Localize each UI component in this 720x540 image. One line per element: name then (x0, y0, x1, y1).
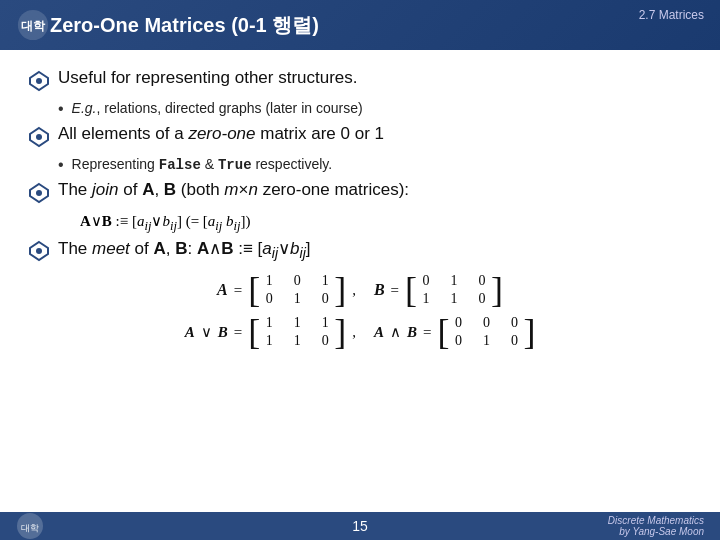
footer-logo: 대학 (16, 512, 44, 540)
footer-page: 15 (352, 518, 368, 534)
bullet-icon-3 (28, 182, 50, 204)
header-logo: 대학 (16, 8, 50, 42)
bullet-3-text: The join of A, B (both m×n zero-one matr… (58, 180, 409, 200)
content-area: Useful for representing other structures… (0, 50, 720, 366)
matrix-b-values: 010 110 (417, 273, 491, 307)
bullet-icon-2 (28, 126, 50, 148)
bullet-3: The join of A, B (both m×n zero-one matr… (28, 180, 692, 204)
header: 대학 Zero-One Matrices (0-1 행렬) 2.7 Matric… (0, 0, 720, 50)
footer: 대학 15 Discrete Mathematics by Yang-Sae M… (0, 512, 720, 540)
bullet-4-text: The meet of A, B: A∧B :≡ [aij∨bij] (58, 238, 311, 261)
bullet-icon-1 (28, 70, 50, 92)
join-formula: A∨B :≡ [aij∨bij] (= [aij bij]) (80, 212, 692, 234)
matrix-meet-expr: A ∧ B = [ 000 010 ] (374, 314, 536, 350)
matrix-row-1: A = [ 101 010 ] , B = [ (217, 272, 503, 308)
bullet-4: The meet of A, B: A∧B :≡ [aij∨bij] (28, 238, 692, 262)
bullet-icon-4 (28, 240, 50, 262)
matrix-meet-values: 000 010 (449, 315, 523, 349)
bullet-1-text: Useful for representing other structures… (58, 68, 358, 88)
matrix-a-expr: A = [ 101 010 ] , (217, 272, 356, 308)
footer-credit-line1: Discrete Mathematics (608, 515, 704, 526)
footer-credit-line2: by Yang-Sae Moon (608, 526, 704, 537)
matrix-a-values: 101 010 (260, 273, 334, 307)
bullet-2-text: All elements of a zero-one matrix are 0 … (58, 124, 384, 144)
footer-credit: Discrete Mathematics by Yang-Sae Moon (608, 515, 704, 537)
svg-text:대학: 대학 (21, 523, 39, 533)
bullet-1: Useful for representing other structures… (28, 68, 692, 92)
svg-point-3 (36, 78, 42, 84)
sub-bullet-1: E.g., relations, directed graphs (later … (58, 100, 692, 118)
header-title: Zero-One Matrices (0-1 행렬) (50, 12, 319, 39)
sub-bullet-2: Representing False & True respectively. (58, 156, 692, 174)
svg-point-7 (36, 190, 42, 196)
matrix-join-expr: A ∨ B = [ 111 110 ] , (185, 314, 356, 350)
svg-point-5 (36, 134, 42, 140)
svg-text:대학: 대학 (21, 19, 46, 33)
matrix-area: A = [ 101 010 ] , B = [ (28, 272, 692, 356)
svg-point-9 (36, 248, 42, 254)
bullet-2: All elements of a zero-one matrix are 0 … (28, 124, 692, 148)
matrix-join-values: 111 110 (260, 315, 334, 349)
footer-logo-area: 대학 (16, 512, 44, 540)
header-subtitle: 2.7 Matrices (639, 8, 704, 22)
matrix-row-2: A ∨ B = [ 111 110 ] , A ∧ B = (185, 314, 536, 350)
matrix-b-expr: B = [ 010 110 ] (374, 272, 503, 308)
